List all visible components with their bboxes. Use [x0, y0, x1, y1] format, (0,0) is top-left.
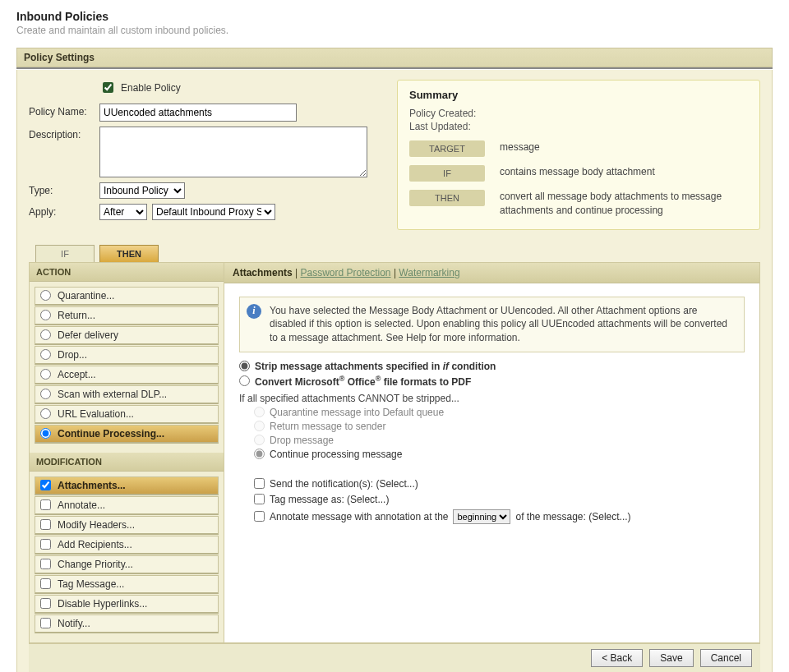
strip-label: Strip message attachments specified in i… [255, 361, 496, 372]
type-label: Type: [29, 182, 99, 196]
mod-option-7[interactable]: Notify... [35, 614, 219, 633]
summary-panel: Summary Policy Created: Last Updated: TA… [397, 80, 760, 230]
mod-checkbox-1[interactable] [40, 499, 51, 510]
apply-when-select[interactable]: After [99, 204, 147, 220]
mod-option-5[interactable]: Tag Message... [35, 575, 219, 594]
action-label-7: Continue Processing... [58, 428, 164, 440]
modification-header: MODIFICATION [30, 453, 224, 472]
tab-then[interactable]: THEN [99, 245, 159, 262]
mod-checkbox-5[interactable] [40, 578, 51, 589]
summary-if-value: contains message body attachment [500, 165, 748, 179]
annotate-label-part2: of the message: (Select...) [515, 511, 630, 522]
save-button[interactable]: Save [649, 649, 693, 667]
tab-if[interactable]: IF [35, 245, 95, 262]
type-select[interactable]: Inbound Policy [99, 182, 185, 199]
page-subtitle: Create and maintain all custom inbound p… [16, 25, 773, 36]
summary-then-pill: THEN [409, 190, 485, 206]
mod-label-5: Tag Message... [58, 578, 124, 590]
mod-option-2[interactable]: Modify Headers... [35, 516, 219, 535]
action-option-1[interactable]: Return... [35, 306, 219, 325]
mod-label-6: Disable Hyperlinks... [58, 598, 147, 610]
nav-watermarking[interactable]: Watermarking [399, 267, 459, 278]
mod-label-1: Annotate... [58, 499, 105, 511]
description-textarea[interactable] [99, 127, 367, 177]
action-radio-7[interactable] [40, 428, 51, 439]
action-label-5: Scan with external DLP... [58, 389, 167, 400]
apply-label: Apply: [29, 204, 99, 218]
action-option-7[interactable]: Continue Processing... [35, 425, 219, 444]
action-label-4: Accept... [58, 369, 96, 380]
action-option-3[interactable]: Drop... [35, 346, 219, 365]
apply-to-select[interactable]: Default Inbound Proxy S/M [152, 204, 275, 220]
mod-option-1[interactable]: Annotate... [35, 496, 219, 515]
mod-option-3[interactable]: Add Recipients... [35, 536, 219, 555]
sub-return-label: Return message to sender [270, 421, 385, 432]
sub-return-radio [254, 421, 265, 431]
cannot-strip-label: If all specified attachments CANNOT be s… [239, 393, 745, 404]
summary-updated-label: Last Updated: [409, 121, 748, 132]
summary-created-label: Policy Created: [409, 108, 748, 119]
info-text: You have selected the Message Body Attac… [270, 305, 727, 344]
action-radio-3[interactable] [40, 349, 51, 360]
annotate-checkbox[interactable] [254, 511, 265, 522]
policy-name-label: Policy Name: [29, 104, 99, 117]
mod-label-2: Modify Headers... [58, 519, 135, 531]
action-option-5[interactable]: Scan with external DLP... [35, 385, 219, 404]
annotate-label-part1: Annotate message with annotation at the [270, 511, 448, 522]
action-radio-4[interactable] [40, 369, 51, 380]
tag-label: Tag message as: (Select...) [270, 494, 389, 505]
mod-option-4[interactable]: Change Priority... [35, 555, 219, 574]
mod-checkbox-7[interactable] [40, 618, 51, 628]
action-radio-0[interactable] [40, 290, 51, 301]
action-radio-2[interactable] [40, 329, 51, 340]
mod-label-0: Attachments... [58, 480, 126, 491]
sub-continue-radio[interactable] [254, 449, 265, 459]
action-label-0: Quarantine... [58, 290, 114, 301]
convert-radio[interactable] [239, 375, 250, 386]
strip-radio[interactable] [239, 361, 250, 371]
policy-settings-header: Policy Settings [16, 48, 773, 67]
action-option-0[interactable]: Quarantine... [35, 287, 219, 306]
policy-name-input[interactable] [99, 104, 297, 122]
action-header: ACTION [30, 263, 224, 282]
mod-label-4: Change Priority... [58, 559, 133, 570]
action-option-4[interactable]: Accept... [35, 366, 219, 384]
mod-label-7: Notify... [58, 618, 90, 629]
mod-label-3: Add Recipients... [58, 539, 132, 550]
annotate-position-select[interactable]: beginning [453, 509, 510, 524]
action-radio-5[interactable] [40, 389, 51, 399]
summary-then-value: convert all message body attachments to … [500, 190, 748, 218]
cancel-button[interactable]: Cancel [700, 649, 752, 667]
nav-attachments[interactable]: Attachments [233, 267, 293, 278]
sub-quarantine-label: Quarantine message into Default queue [270, 407, 444, 418]
mod-checkbox-2[interactable] [40, 519, 51, 530]
action-option-6[interactable]: URL Evaluation... [35, 405, 219, 424]
sub-quarantine-radio [254, 407, 265, 417]
sub-continue-label: Continue processing message [270, 449, 402, 460]
action-option-2[interactable]: Defer delivery [35, 326, 219, 345]
action-radio-6[interactable] [40, 408, 51, 419]
summary-title: Summary [409, 89, 748, 101]
mod-option-0[interactable]: Attachments... [35, 476, 219, 495]
mod-checkbox-0[interactable] [40, 480, 51, 490]
tag-checkbox[interactable] [254, 494, 265, 504]
mod-checkbox-6[interactable] [40, 598, 51, 609]
content-nav: Attachments | Password Protection | Wate… [224, 263, 759, 283]
info-icon: i [247, 304, 261, 319]
summary-target-value: message [500, 140, 748, 154]
summary-target-pill: TARGET [409, 140, 485, 157]
mod-option-6[interactable]: Disable Hyperlinks... [35, 595, 219, 614]
action-label-3: Drop... [58, 349, 87, 361]
back-button[interactable]: < Back [591, 649, 643, 667]
mod-checkbox-4[interactable] [40, 559, 51, 569]
info-box: i You have selected the Message Body Att… [239, 297, 745, 352]
description-label: Description: [29, 127, 99, 140]
enable-policy-label: Enable Policy [121, 82, 181, 94]
notify-checkbox[interactable] [254, 478, 265, 489]
page-title: Inbound Policies [16, 10, 773, 23]
enable-policy-checkbox[interactable] [103, 82, 113, 93]
sub-drop-radio [254, 435, 265, 445]
nav-password-protection[interactable]: Password Protection [300, 267, 390, 278]
mod-checkbox-3[interactable] [40, 539, 51, 550]
action-radio-1[interactable] [40, 310, 51, 320]
